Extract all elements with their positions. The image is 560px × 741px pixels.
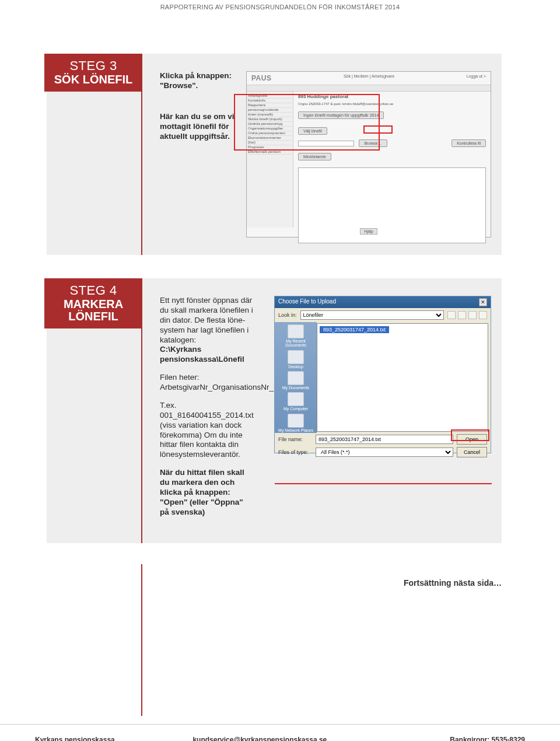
paus-choose-file-button[interactable]: Välj lönefil <box>298 127 327 135</box>
filetype-label: Files of type: <box>278 449 312 455</box>
paus-breadcrumb: Sök | Medlem | Arbetsgivare <box>271 74 466 82</box>
step4-block: STEG 4 MARKERA LÖNEFIL Ett nytt fönster … <box>47 278 502 543</box>
step4-p1: Ett nytt fönster öppnas där du skall mar… <box>160 296 253 344</box>
footer-bankgiro: Bankgironr: 5535-8329 <box>450 736 525 742</box>
continue-note: Fortsättning nästa sida… <box>0 578 502 588</box>
step4-p2: Filen heter: ArbetsgivarNr_Organisations… <box>160 373 253 393</box>
place-computer[interactable]: My Computer <box>276 392 316 411</box>
place-network[interactable]: My Network Places <box>276 414 316 432</box>
sidebar-item[interactable]: Rapportera <box>248 103 292 108</box>
sidebar-item[interactable]: Arbetsgivare <box>248 94 292 99</box>
step4-title: MARKERA LÖNEFIL <box>48 298 139 323</box>
step3-tab: STEG 3 SÖK LÖNEFIL <box>44 54 142 92</box>
file-dialog: Choose File to Upload ✕ Look in: Lönefil… <box>274 296 491 453</box>
views-icon[interactable] <box>479 311 487 319</box>
paus-editor[interactable] <box>298 167 486 243</box>
sidebar-item[interactable]: Efterlevnads pension <box>248 150 292 155</box>
page-header: RAPPORTERING AV PENSIONSGRUNDANDELÖN FÖR… <box>0 0 560 13</box>
open-button[interactable]: Open <box>457 434 487 445</box>
footer-org: Kyrkans pensionskassa <box>35 736 115 742</box>
paus-window: PAUS Sök | Medlem | Arbetsgivare Logga u… <box>246 71 491 237</box>
step4-text: Ett nytt fönster öppnas där du skall mar… <box>160 296 253 526</box>
page-footer: Kyrkans pensionskassa Universitetsallén … <box>0 724 560 742</box>
paus-content-title: 893 Huddinge pastorat <box>298 94 486 101</box>
footer-email: kundservice@kyrkanspensionskassa.se <box>192 736 327 742</box>
selected-file[interactable]: 893_2520031747_2014.txt <box>320 326 389 333</box>
nav-back-icon[interactable] <box>447 311 456 319</box>
step3-p1: Klicka på knappen: "Browse". <box>160 71 235 91</box>
lookin-select[interactable]: Lönefiler <box>300 310 444 320</box>
sidebar-item[interactable]: Ordna pensionspremien <box>248 131 292 136</box>
step3-title: SÖK LÖNEFIL <box>48 74 139 86</box>
paus-browse-button[interactable]: Browse… <box>359 139 387 147</box>
paus-logout[interactable]: Logga ut > <box>467 74 486 82</box>
place-recent[interactable]: My Recent Documents <box>276 324 316 348</box>
sidebar-item[interactable]: Kontaktinfo <box>248 99 292 103</box>
paus-brand: PAUS <box>251 74 271 82</box>
step4-num: STEG 4 <box>48 283 139 298</box>
sidebar-item[interactable]: Organisationsuppgifter <box>248 127 292 131</box>
filename-input[interactable] <box>316 435 453 444</box>
cancel-button[interactable]: Cancel <box>457 447 487 457</box>
step4-p1b: C:\Kyrkans pensionskassa\Lönefil <box>160 345 244 363</box>
sidebar-item[interactable]: Utvärda pensionsintyg <box>248 122 292 127</box>
places-bar: My Recent Documents Desktop My Documents… <box>275 322 317 433</box>
step4-p3: T.ex. 001_8164004155_2014.txt (viss vari… <box>160 401 253 460</box>
place-desktop[interactable]: Desktop <box>276 350 316 369</box>
paus-hint[interactable]: Hjälp <box>360 228 377 235</box>
timeline-spine <box>47 588 560 716</box>
sidebar-item[interactable]: (KeI) <box>248 141 292 145</box>
step3-p2: Här kan du se om vi mottagit lönefil för… <box>160 112 235 142</box>
paus-message-section: Meddelande <box>298 153 331 160</box>
file-list[interactable]: 893_2520031747_2014.txt <box>317 323 488 432</box>
file-dialog-title: Choose File to Upload <box>278 298 336 306</box>
sidebar-item[interactable]: pensionsgrundande <box>248 108 292 113</box>
paus-control-button[interactable]: Kontrollera fil <box>452 139 486 147</box>
paus-status: Ingen lönefil mottagen för uppgiftsår 20… <box>298 111 384 119</box>
sidebar-item[interactable]: lönen (manuellt) <box>248 113 292 117</box>
paus-sidebar: Arbetsgivare Kontaktinfo Rapportera pens… <box>247 92 293 228</box>
sidebar-item[interactable]: Ekonomiekommentar <box>248 136 292 141</box>
lookin-label: Look in: <box>278 312 297 318</box>
step3-text: Klicka på knappen: "Browse". Här kan du … <box>160 71 235 237</box>
place-documents[interactable]: My Documents <box>276 371 316 390</box>
sidebar-item[interactable]: Skicka lönefil (importi) <box>248 117 292 122</box>
step3-block: STEG 3 SÖK LÖNEFIL Klicka på knappen: "B… <box>47 54 502 255</box>
paus-file-input[interactable] <box>298 141 354 146</box>
sidebar-item[interactable]: Prognoser <box>248 145 292 150</box>
paus-toolbar <box>247 85 491 92</box>
step4-tab: STEG 4 MARKERA LÖNEFIL <box>44 278 142 328</box>
step4-p4: När du hittat filen skall du markera den… <box>160 468 253 517</box>
filetype-select[interactable]: All Files (*.*) <box>316 448 453 457</box>
filename-label: File name: <box>278 436 312 442</box>
step3-num: STEG 3 <box>48 58 139 74</box>
new-folder-icon[interactable] <box>468 311 477 319</box>
paus-info-row: Orgno 252003-1747 E-post: kristin.hildof… <box>298 102 486 109</box>
close-icon[interactable]: ✕ <box>479 298 487 306</box>
nav-up-icon[interactable] <box>458 311 466 319</box>
